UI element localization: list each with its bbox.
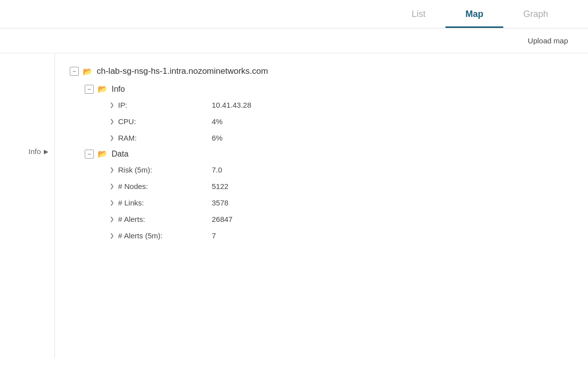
alerts-value: 26847: [212, 215, 233, 223]
links-expand-icon[interactable]: ❯: [110, 199, 114, 206]
sidebar: Info ▶: [0, 53, 55, 358]
info-section-label: Info: [112, 85, 125, 94]
list-item: ❯ RAM: 6%: [110, 130, 573, 146]
list-item: ❯ IP: 10.41.43.28: [110, 97, 573, 113]
ram-expand-icon[interactable]: ❯: [110, 135, 114, 141]
list-item: ❯ CPU: 4%: [110, 113, 573, 130]
data-section-header: − 📂 Data: [85, 146, 573, 162]
upload-bar: Upload map: [0, 28, 588, 53]
data-collapse-button[interactable]: −: [85, 150, 94, 159]
list-item: ❯ # Links: 3578: [110, 194, 573, 211]
ip-expand-icon[interactable]: ❯: [110, 102, 114, 108]
tab-list[interactable]: List: [392, 0, 445, 28]
links-value: 3578: [212, 198, 228, 207]
info-collapse-button[interactable]: −: [85, 85, 94, 94]
root-folder-icon: 📂: [83, 67, 93, 76]
ram-value: 6%: [212, 134, 223, 142]
root-collapse-button[interactable]: −: [70, 67, 79, 76]
links-label: # Links:: [118, 198, 208, 207]
nodes-expand-icon[interactable]: ❯: [110, 183, 114, 189]
tab-graph[interactable]: Graph: [503, 0, 568, 28]
nodes-value: 5122: [212, 182, 228, 190]
top-nav: List Map Graph: [0, 0, 588, 28]
tree-root-node: − 📂 ch-lab-sg-nsg-hs-1.intra.nozominetwo…: [70, 63, 573, 79]
cpu-expand-icon[interactable]: ❯: [110, 118, 114, 125]
ram-label: RAM:: [118, 134, 208, 142]
alerts5m-value: 7: [212, 231, 216, 240]
info-folder-icon: 📂: [98, 84, 108, 94]
tab-map[interactable]: Map: [445, 0, 503, 28]
sidebar-info-button[interactable]: Info ▶: [22, 143, 54, 160]
alerts5m-label: # Alerts (5m):: [118, 231, 208, 240]
list-item: ❯ Risk (5m): 7.0: [110, 162, 573, 178]
ip-label: IP:: [118, 101, 208, 109]
cpu-value: 4%: [212, 117, 223, 126]
sidebar-info-label: Info: [28, 147, 41, 156]
tree-panel: − 📂 ch-lab-sg-nsg-hs-1.intra.nozominetwo…: [55, 53, 588, 358]
main-content: Info ▶ − 📂 ch-lab-sg-nsg-hs-1.intra.nozo…: [0, 53, 588, 358]
upload-map-button[interactable]: Upload map: [528, 34, 568, 47]
tree-root: − 📂 ch-lab-sg-nsg-hs-1.intra.nozominetwo…: [70, 63, 573, 244]
risk-label: Risk (5m):: [118, 166, 208, 174]
list-item: ❯ # Alerts: 26847: [110, 211, 573, 227]
data-section-label: Data: [112, 150, 129, 159]
nodes-label: # Nodes:: [118, 182, 208, 190]
list-item: ❯ # Alerts (5m): 7: [110, 227, 573, 244]
risk-expand-icon[interactable]: ❯: [110, 167, 114, 173]
info-section: − 📂 Info ❯ IP: 10.41.43.28 ❯ CPU: 4% ❯: [70, 81, 573, 146]
ip-value: 10.41.43.28: [212, 101, 251, 109]
data-section: − 📂 Data ❯ Risk (5m): 7.0 ❯ # Nodes: 512…: [70, 146, 573, 244]
alerts5m-expand-icon[interactable]: ❯: [110, 232, 114, 239]
data-folder-icon: 📂: [98, 149, 108, 159]
cpu-label: CPU:: [118, 117, 208, 126]
alerts-label: # Alerts:: [118, 215, 208, 223]
risk-value: 7.0: [212, 166, 222, 174]
nav-tabs: List Map Graph: [392, 0, 568, 28]
list-item: ❯ # Nodes: 5122: [110, 178, 573, 194]
alerts-expand-icon[interactable]: ❯: [110, 216, 114, 222]
sidebar-arrow-icon: ▶: [44, 148, 48, 155]
info-section-header: − 📂 Info: [85, 81, 573, 97]
root-node-label: ch-lab-sg-nsg-hs-1.intra.nozominetworks.…: [97, 66, 268, 76]
